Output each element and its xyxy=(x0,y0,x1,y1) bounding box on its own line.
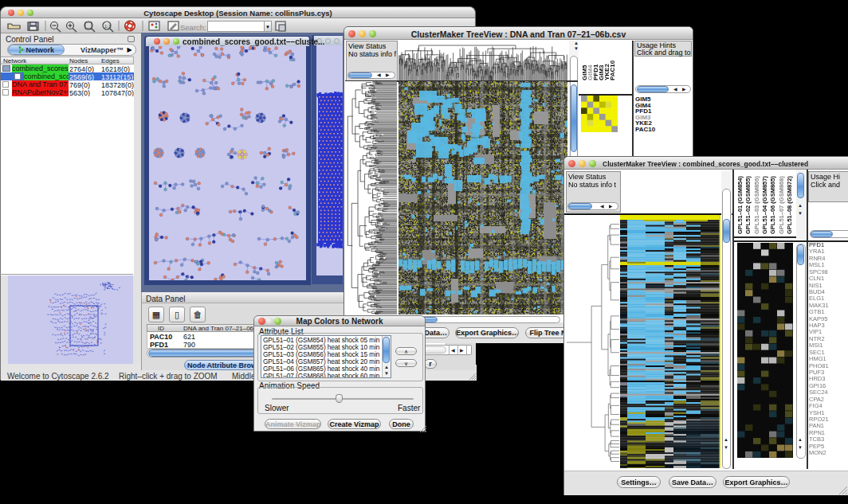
svg-text:1:1: 1:1 xyxy=(104,24,112,29)
